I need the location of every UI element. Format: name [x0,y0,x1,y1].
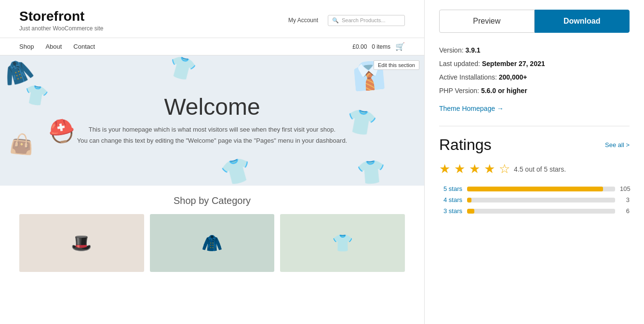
category-card-1: 🎩 [19,214,144,272]
rating-fill-0 [467,187,603,191]
hero-text2: You can change this text by editing the … [77,137,347,144]
hero-text1: This is your homepage which is what most… [77,126,347,133]
ratings-title: Ratings [439,136,492,154]
hero-content: Welcome This is your homepage which is w… [77,94,347,148]
info-panel: Preview Download Version: 3.9.1 Last upd… [424,0,644,324]
hero-heading: Welcome [77,94,347,120]
php-label: PHP Version: [439,87,479,94]
installs-value: 200,000+ [499,73,527,81]
php-value: 5.6.0 or higher [481,87,527,94]
search-bar: 🔍 Search Products... [328,15,405,26]
star-1: ★ [439,162,450,176]
store-name: Storefront [19,9,104,24]
cart-total: £0.00 [352,43,367,50]
rating-bar-row-2: 3 stars6 [439,207,630,215]
search-placeholder: Search Products... [342,17,386,23]
star-score-text: 4.5 out of 5 stars. [514,165,566,173]
rating-count-2: 6 [620,207,630,215]
rating-label-1[interactable]: 4 stars [439,196,462,203]
theme-header: Storefront Just another WooCommerce site… [0,0,424,38]
version-label: Version: [439,46,464,54]
nav-about: About [45,43,62,50]
nav-links: Shop About Contact [19,43,95,50]
rating-count-0: 105 [620,185,630,192]
see-all-link[interactable]: See all > [605,141,630,148]
ratings-header: Ratings See all > [439,136,630,154]
stars-row: ★ ★ ★ ★ ☆ 4.5 out of 5 stars. [439,162,630,176]
installs-label: Active Installations: [439,73,497,81]
edit-section-btn[interactable]: Edit this section [374,60,419,70]
category-grid: 🎩 🧥 👕 [19,214,405,272]
rating-count-1: 3 [620,196,630,203]
rating-bar-row-1: 4 stars3 [439,196,630,203]
category-icon-2: 🧥 [201,233,223,253]
hero-section: 🧥 👕 👕 👔 👜 ⛑️ 👕 👕 👕 Edit this section Wel… [0,55,424,186]
header-right: My Account 🔍 Search Products... [288,15,405,26]
store-tagline: Just another WooCommerce site [19,25,104,32]
installs-row: Active Installations: 200,000+ [439,73,630,81]
deco-shirt-2: 👕 [166,55,199,84]
rating-track-2 [467,209,615,214]
rating-bars: 5 stars1054 stars33 stars6 [439,185,630,215]
action-buttons: Preview Download [439,10,630,33]
theme-nav-bar: Shop About Contact £0.00 0 items 🛒 [0,38,424,55]
rating-label-0[interactable]: 5 stars [439,185,462,192]
deco-shirt-3: 👕 [219,154,255,186]
star-half: ☆ [499,162,510,176]
updated-label: Last updated: [439,60,480,68]
preview-panel: Storefront Just another WooCommerce site… [0,0,424,324]
cart-icon: 🛒 [395,42,405,51]
deco-shirt-5: 👕 [356,157,387,186]
category-icon-1: 🎩 [71,233,92,253]
meta-list: Version: 3.9.1 Last updated: September 2… [439,46,630,94]
shop-section-heading: Shop by Category [19,195,405,206]
rating-track-0 [467,187,615,191]
nav-shop: Shop [19,43,34,50]
rating-bar-row-0: 5 stars105 [439,185,630,192]
rating-fill-1 [467,198,471,202]
star-3: ★ [469,162,480,176]
search-icon: 🔍 [332,17,339,24]
preview-button[interactable]: Preview [439,10,535,33]
cart-area: £0.00 0 items 🛒 [352,42,405,51]
category-icon-3: 👕 [332,233,353,253]
shop-section: Shop by Category 🎩 🧥 👕 [0,186,424,272]
deco-bag-1: 👜 [9,132,35,156]
version-row: Version: 3.9.1 [439,46,630,54]
updated-value: September 27, 2021 [482,60,545,68]
star-4: ★ [484,162,495,176]
theme-brand: Storefront Just another WooCommerce site [19,9,104,32]
theme-homepage-link[interactable]: Theme Homepage → [439,105,504,112]
rating-label-2[interactable]: 3 stars [439,207,462,215]
category-card-2: 🧥 [150,214,275,272]
deco-shirt-4: 👕 [344,106,378,139]
php-row: PHP Version: 5.6.0 or higher [439,87,630,94]
category-card-3: 👕 [280,214,405,272]
my-account-link: My Account [288,17,318,24]
download-button[interactable]: Download [535,10,630,33]
updated-row: Last updated: September 27, 2021 [439,60,630,68]
ratings-section: Ratings See all > ★ ★ ★ ★ ☆ 4.5 out of 5… [439,126,630,215]
deco-shirt-1: 👕 [22,82,50,109]
rating-track-1 [467,198,615,202]
version-value: 3.9.1 [465,46,480,54]
deco-helmet-1: ⛑️ [46,116,77,146]
rating-fill-2 [467,209,474,214]
nav-contact: Contact [73,43,95,50]
star-2: ★ [454,162,465,176]
cart-items-count: 0 items [372,43,390,50]
